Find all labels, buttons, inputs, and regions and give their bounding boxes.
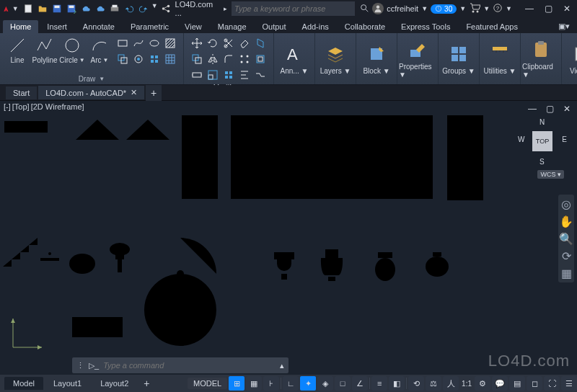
layout-tab-add[interactable]: + (138, 375, 154, 391)
status-infer-icon[interactable]: ⊦ (263, 376, 279, 391)
panel-button-block[interactable]: Block ▼ (356, 37, 397, 81)
tool-line[interactable]: Line (4, 35, 30, 66)
viewcube-east[interactable]: E (562, 135, 567, 143)
tool-circle[interactable]: Circle▼ (59, 35, 85, 66)
tool-scale-icon[interactable] (206, 68, 220, 82)
tab-manage[interactable]: Manage (211, 20, 254, 33)
status-snap-icon[interactable]: ▦ (246, 376, 262, 391)
tool-fillet-icon[interactable] (221, 52, 236, 66)
tool-spline-icon[interactable] (131, 36, 146, 50)
panel-draw-expand-icon[interactable]: ▼ (99, 76, 105, 82)
qat-new-icon[interactable] (22, 2, 35, 15)
tool-arc[interactable]: Arc▼ (87, 35, 113, 66)
layout-tab-layout1[interactable]: Layout1 (45, 377, 90, 390)
tool-region-icon[interactable] (115, 52, 130, 66)
tool-point-icon[interactable] (147, 52, 162, 66)
viewcube-west[interactable]: W (518, 135, 524, 143)
tool-break-icon[interactable] (253, 68, 268, 82)
status-customize-icon[interactable]: ☰ (561, 376, 577, 391)
file-tab-add[interactable]: + (146, 85, 162, 101)
cmd-recent-icon[interactable]: ▴ (280, 361, 284, 370)
trial-badge[interactable]: 30 (431, 4, 457, 14)
user-avatar-icon[interactable] (372, 3, 384, 14)
help-search[interactable] (232, 1, 355, 16)
tool-revcloud-icon[interactable] (163, 52, 177, 66)
tool-offset-icon[interactable] (253, 52, 268, 66)
tab-output[interactable]: Output (255, 20, 294, 33)
help-search-input[interactable] (234, 4, 352, 13)
cmd-prompt-icon[interactable]: ▷_ (89, 361, 99, 370)
file-tab-document[interactable]: LO4D.com - AutoCAD*✕ (38, 86, 144, 99)
tool-mirror-icon[interactable] (206, 52, 220, 66)
app-store-icon[interactable] (469, 2, 480, 15)
app-menu-dropdown[interactable]: ▼ (12, 5, 19, 12)
status-hardware-icon[interactable]: ▤ (509, 376, 525, 391)
viewcube-south[interactable]: S (539, 158, 545, 166)
nav-orbit-icon[interactable]: ⟳ (560, 249, 573, 262)
close-button[interactable]: ✕ (560, 2, 574, 15)
tool-rotate-icon[interactable] (206, 36, 220, 50)
user-dropdown-icon[interactable]: ▼ (421, 5, 428, 12)
file-tab-close-icon[interactable]: ✕ (131, 88, 137, 97)
panel-button-view[interactable]: View ▼ (562, 37, 577, 81)
status-ortho-icon[interactable]: ∟ (283, 376, 299, 391)
help-dropdown-icon[interactable]: ▼ (506, 5, 512, 12)
status-monitor-icon[interactable]: 💬 (492, 376, 508, 391)
status-cycling-icon[interactable]: ⟲ (408, 376, 424, 391)
command-input[interactable] (103, 361, 276, 370)
qat-cloud-open-icon[interactable] (79, 2, 92, 15)
badge-dropdown-icon[interactable]: ▼ (459, 5, 466, 12)
viewcube[interactable]: N S E W TOP (516, 115, 567, 166)
share-icon[interactable] (159, 2, 172, 15)
tool-array-icon[interactable] (237, 52, 252, 66)
ribbon-focus-icon[interactable]: ▣▾ (551, 19, 577, 33)
qat-saveas-icon[interactable] (65, 2, 78, 15)
status-transparency-icon[interactable]: ◧ (389, 376, 405, 391)
status-isolate-icon[interactable]: ◻ (527, 376, 542, 391)
status-annovisibility-icon[interactable]: 人 (443, 376, 459, 391)
tool-erase-icon[interactable] (237, 36, 252, 50)
tool-lengthen-icon[interactable] (221, 68, 236, 82)
qat-customize-dropdown[interactable]: ▼ (151, 2, 158, 15)
doc-title-chevron-icon[interactable]: ▸ (224, 5, 227, 12)
tool-polyline[interactable]: Polyline (32, 35, 58, 66)
tab-express-tools[interactable]: Express Tools (394, 20, 457, 33)
panel-button-properties[interactable]: Properties ▼ (397, 37, 438, 81)
qat-plot-icon[interactable] (108, 2, 121, 15)
nav-showmotion-icon[interactable]: ▦ (560, 267, 573, 280)
tool-wipeout-icon[interactable] (131, 52, 146, 66)
tool-rectangle-icon[interactable] (115, 36, 130, 50)
drawing-viewport[interactable]: [-] [Top] [2D Wireframe] — ▢ ✕ (0, 101, 577, 375)
help-icon[interactable]: ? (493, 3, 503, 14)
tab-featured-apps[interactable]: Featured Apps (459, 20, 525, 33)
status-grid-icon[interactable]: ⊞ (229, 376, 245, 391)
tab-addins[interactable]: Add-ins (295, 20, 336, 33)
status-otrack-icon[interactable]: ∠ (352, 376, 368, 391)
panel-button-layers[interactable]: Layers ▼ (315, 37, 356, 81)
command-line[interactable]: ⋮ ▷_ ▴ (72, 357, 288, 373)
status-scale-label[interactable]: 1:1 (460, 380, 473, 388)
tab-annotate[interactable]: Annotate (76, 20, 122, 33)
app-logo-icon[interactable] (3, 2, 9, 15)
maximize-button[interactable]: ▢ (541, 2, 555, 15)
status-annoscale-icon[interactable]: ⚖ (426, 376, 441, 391)
username-label[interactable]: ccfreiheit (387, 4, 418, 13)
panel-button-groups[interactable]: Groups ▼ (439, 37, 479, 81)
qat-save-icon[interactable] (50, 2, 63, 15)
status-isodraft-icon[interactable]: ◈ (317, 376, 333, 391)
drawing-canvas[interactable] (0, 101, 577, 360)
viewcube-top-face[interactable]: TOP (532, 131, 552, 151)
qat-redo-icon[interactable] (137, 2, 150, 15)
status-cleanscreen-icon[interactable]: ⛶ (544, 376, 560, 391)
tool-explode-icon[interactable] (253, 36, 268, 50)
file-tab-start[interactable]: Start (6, 86, 37, 99)
status-space-label[interactable]: MODEL (188, 378, 227, 389)
wcs-label[interactable]: WCS ▾ (537, 170, 564, 179)
nav-wheel-icon[interactable]: ◎ (560, 197, 573, 210)
tab-home[interactable]: Home (3, 20, 38, 33)
panel-button-utilities[interactable]: Utilities ▼ (480, 37, 520, 81)
nav-zoom-icon[interactable]: 🔍 (560, 232, 573, 245)
layout-tab-model[interactable]: Model (4, 377, 43, 390)
tool-stretch-icon[interactable] (190, 68, 204, 82)
search-icon[interactable] (359, 3, 369, 14)
